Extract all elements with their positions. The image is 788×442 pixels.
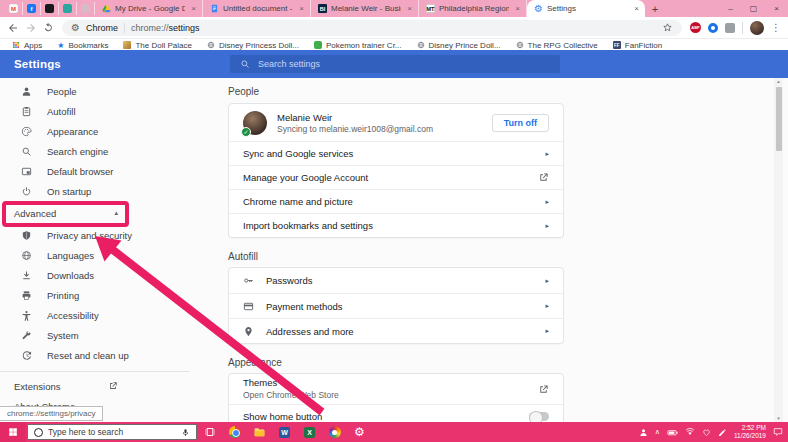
sidebar-advanced-toggle[interactable]: Advanced▴: [0, 201, 132, 225]
tab-philadelphia-holiday[interactable]: MT Philadelphia Regional Holiday I ×: [419, 0, 527, 17]
row-chrome-name-picture[interactable]: Chrome name and picture ▸: [229, 189, 563, 213]
sidebar-item-people[interactable]: People: [0, 81, 190, 101]
globe-icon: [207, 41, 215, 49]
close-window-button[interactable]: ×: [765, 0, 788, 17]
pinned-tab-black-app[interactable]: [41, 2, 59, 15]
sidebar-item-label: People: [47, 86, 77, 97]
settings-search-box[interactable]: [230, 55, 560, 73]
new-tab-button[interactable]: +: [645, 3, 665, 15]
sidebar-item-autofill[interactable]: Autofill: [0, 101, 190, 121]
tab-settings-active[interactable]: ⚙ Settings ×: [527, 0, 645, 17]
settings-gear-icon[interactable]: ⚙: [347, 422, 372, 442]
page-info-gear-icon[interactable]: ⚙: [71, 23, 80, 33]
close-icon[interactable]: ×: [405, 4, 414, 13]
pinned-tab-teal-app[interactable]: [59, 2, 77, 15]
sidebar-item-reset-clean-up[interactable]: Reset and clean up: [0, 345, 190, 365]
toggle-off[interactable]: [529, 412, 549, 421]
row-addresses[interactable]: Addresses and more ▸: [229, 318, 563, 343]
location-pin-icon: [243, 326, 254, 337]
bookmark-disney-princess[interactable]: Disney Princess Doll...: [207, 41, 299, 50]
pinned-tab-gmail[interactable]: M: [5, 2, 23, 15]
adblock-plus-icon[interactable]: ABP: [690, 22, 701, 33]
chrome-logo: [229, 426, 241, 438]
close-icon[interactable]: ×: [513, 4, 522, 13]
sidebar-item-printing[interactable]: Printing: [0, 285, 190, 305]
bookmark-apps[interactable]: Apps: [12, 41, 42, 50]
extension-icons: ABP ⋮: [690, 21, 781, 35]
sidebar-item-privacy-security[interactable]: Privacy and security: [0, 225, 190, 245]
pen-icon[interactable]: [718, 428, 727, 437]
back-icon[interactable]: [7, 22, 19, 34]
row-passwords[interactable]: Passwords ▸: [229, 268, 563, 293]
sidebar-item-system[interactable]: System: [0, 325, 190, 345]
chevron-up-icon[interactable]: ∧: [655, 428, 660, 436]
wifi-icon[interactable]: [685, 427, 695, 437]
scroll-up-icon[interactable]: ▲: [774, 79, 783, 84]
row-import-bookmarks[interactable]: Import bookmarks and settings ▸: [229, 213, 563, 237]
microphone-icon[interactable]: [181, 428, 190, 437]
file-explorer-icon[interactable]: [247, 422, 272, 442]
bookmark-star-icon[interactable]: [662, 22, 673, 33]
kebab-menu-icon[interactable]: ⋮: [771, 22, 781, 33]
blue-circle-extension-icon[interactable]: [708, 23, 718, 33]
battery-icon[interactable]: [667, 427, 678, 438]
sidebar-item-appearance[interactable]: Appearance: [0, 121, 190, 141]
row-sync-google-services[interactable]: Sync and Google services ▸: [229, 141, 563, 165]
minimize-button[interactable]: –: [719, 0, 742, 17]
key-icon: [243, 275, 254, 286]
bookmark-fanfiction[interactable]: FFFanFiction: [613, 41, 662, 50]
bookmark-bookmarks[interactable]: ★Bookmarks: [57, 41, 108, 50]
sidebar-item-label: System: [47, 330, 79, 341]
settings-search-input[interactable]: [258, 59, 550, 69]
reload-icon[interactable]: [43, 22, 54, 33]
scrollbar[interactable]: ▲ ▼: [774, 78, 783, 422]
tab-untitled-document[interactable]: Untitled document - Google Do ×: [203, 0, 311, 17]
sidebar-item-default-browser[interactable]: Default browser: [0, 161, 190, 181]
turn-off-button[interactable]: Turn off: [492, 114, 549, 132]
taskbar-search-input[interactable]: [48, 427, 176, 437]
maximize-button[interactable]: ▢: [742, 0, 765, 17]
sidebar-item-downloads[interactable]: Downloads: [0, 265, 190, 285]
task-view-icon[interactable]: [197, 422, 222, 442]
close-icon[interactable]: ×: [297, 4, 306, 13]
sidebar-item-languages[interactable]: Languages: [0, 245, 190, 265]
word-icon[interactable]: W: [272, 422, 297, 442]
row-show-home-button[interactable]: Show home button: [229, 404, 563, 422]
people-icon[interactable]: [639, 428, 648, 437]
paint-icon[interactable]: [322, 422, 347, 442]
pinned-tab-inactive[interactable]: [77, 2, 95, 15]
row-themes[interactable]: Themes Open Chrome Web Store: [229, 374, 563, 404]
sidebar-item-search-engine[interactable]: Search engine: [0, 141, 190, 161]
sidebar-item-extensions[interactable]: Extensions: [0, 376, 132, 396]
scroll-down-icon[interactable]: ▼: [774, 416, 783, 421]
printer-icon: [21, 290, 32, 301]
row-manage-google-account[interactable]: Manage your Google Account: [229, 165, 563, 189]
taskbar-clock[interactable]: 2:52 PM 11/26/2019: [734, 424, 766, 441]
taskbar-search[interactable]: [27, 424, 197, 440]
bookmark-disney-prince[interactable]: Disney Prince Doll...: [417, 41, 501, 50]
action-center-icon[interactable]: [773, 427, 783, 437]
chrome-icon[interactable]: [222, 422, 247, 442]
chevron-right-icon: ▸: [545, 277, 549, 285]
heart-icon[interactable]: [702, 428, 711, 437]
bookmark-rpg-collective[interactable]: The RPG Collective: [516, 41, 598, 50]
scrollbar-thumb[interactable]: [776, 87, 782, 151]
address-bar[interactable]: ⚙ Chrome chrome://settings: [62, 20, 682, 36]
pinned-tab-facebook[interactable]: f: [23, 2, 41, 15]
close-icon[interactable]: ×: [632, 4, 641, 13]
row-payment-methods[interactable]: Payment methods ▸: [229, 293, 563, 318]
tab-business-insider[interactable]: BI Melanie Weir - Business Insider ×: [311, 0, 419, 17]
sidebar-item-on-startup[interactable]: On startup: [0, 181, 190, 201]
advanced-label: Advanced: [14, 208, 56, 219]
start-button[interactable]: [0, 422, 26, 442]
settings-page: People Autofill Appearance Search engine…: [0, 78, 788, 422]
bookmark-doll-palace[interactable]: The Doll Palace: [123, 41, 191, 50]
forward-icon[interactable]: [25, 22, 37, 34]
bookmark-pokemon-trainer[interactable]: Pokemon trainer Cr...: [314, 41, 402, 50]
tab-my-drive[interactable]: My Drive - Google Drive ×: [95, 0, 203, 17]
sidebar-item-accessibility[interactable]: Accessibility: [0, 305, 190, 325]
gray-extension-icon[interactable]: [725, 23, 735, 33]
profile-avatar[interactable]: [750, 21, 764, 35]
close-icon[interactable]: ×: [189, 4, 198, 13]
excel-icon[interactable]: X: [297, 422, 322, 442]
